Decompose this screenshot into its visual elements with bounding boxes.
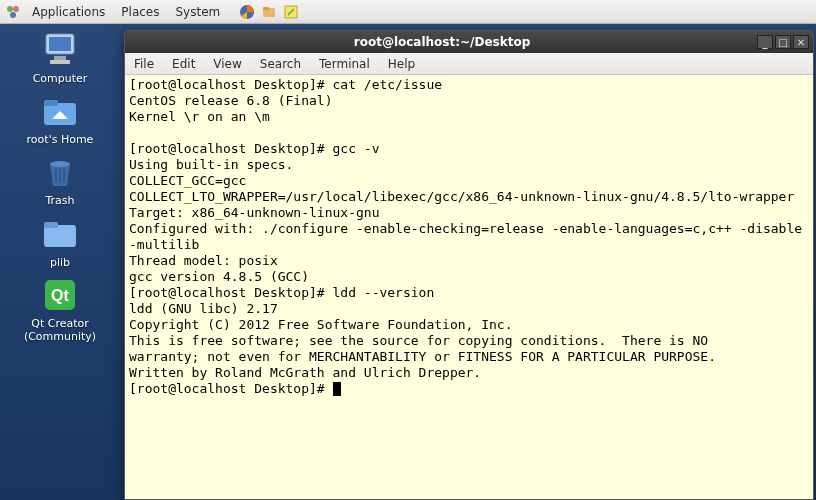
svg-point-13: [50, 161, 70, 167]
svg-rect-17: [44, 225, 76, 247]
folder-icon: [36, 214, 84, 254]
foot-icon[interactable]: [4, 3, 22, 21]
home-folder-icon: [36, 91, 84, 131]
window-maximize-button[interactable]: □: [775, 35, 791, 49]
desktop-icon-label: Computer: [10, 72, 110, 85]
window-titlebar[interactable]: root@localhost:~/Desktop _ □ ✕: [125, 31, 813, 53]
svg-rect-8: [49, 37, 71, 51]
computer-icon: [36, 30, 84, 70]
desktop-icon-label: root's Home: [10, 133, 110, 146]
panel-menu-applications[interactable]: Applications: [26, 3, 111, 21]
svg-rect-18: [44, 222, 58, 228]
svg-rect-16: [63, 168, 65, 182]
svg-point-1: [13, 6, 19, 12]
menu-search[interactable]: Search: [251, 55, 310, 73]
svg-rect-15: [59, 168, 61, 182]
panel-menu-system[interactable]: System: [169, 3, 226, 21]
desktop-icon-qtcreator[interactable]: Qt Qt Creator (Community): [10, 275, 110, 343]
svg-rect-10: [50, 60, 70, 64]
svg-point-2: [10, 12, 16, 18]
desktop-icon-label: Trash: [10, 194, 110, 207]
svg-rect-12: [44, 100, 58, 106]
desktop-icon-label: Qt Creator (Community): [10, 317, 110, 343]
svg-rect-9: [54, 56, 66, 60]
terminal-menubar: File Edit View Search Terminal Help: [125, 53, 813, 75]
menu-view[interactable]: View: [204, 55, 250, 73]
desktop-icon-home[interactable]: root's Home: [10, 91, 110, 146]
window-minimize-button[interactable]: _: [757, 35, 773, 49]
svg-rect-5: [263, 7, 269, 10]
desktop-icon-plib[interactable]: plib: [10, 214, 110, 269]
menu-terminal[interactable]: Terminal: [310, 55, 379, 73]
svg-rect-14: [55, 168, 57, 182]
window-title: root@localhost:~/Desktop: [129, 35, 755, 49]
gnome-panel: Applications Places System: [0, 0, 816, 24]
terminal-output[interactable]: [root@localhost Desktop]# cat /etc/issue…: [125, 75, 813, 499]
file-manager-icon[interactable]: [260, 3, 278, 21]
firefox-icon[interactable]: [238, 3, 256, 21]
svg-text:Qt: Qt: [51, 287, 69, 304]
qt-icon: Qt: [36, 275, 84, 315]
svg-point-0: [7, 6, 13, 12]
panel-menu-places[interactable]: Places: [115, 3, 165, 21]
text-editor-icon[interactable]: [282, 3, 300, 21]
menu-help[interactable]: Help: [379, 55, 424, 73]
menu-file[interactable]: File: [125, 55, 163, 73]
trash-icon: [36, 152, 84, 192]
terminal-window: root@localhost:~/Desktop _ □ ✕ File Edit…: [124, 30, 814, 500]
window-close-button[interactable]: ✕: [793, 35, 809, 49]
desktop-icon-computer[interactable]: Computer: [10, 30, 110, 85]
menu-edit[interactable]: Edit: [163, 55, 204, 73]
desktop-icon-label: plib: [10, 256, 110, 269]
desktop-icon-trash[interactable]: Trash: [10, 152, 110, 207]
terminal-cursor: [333, 382, 341, 396]
desktop: Computer root's Home Trash plib Qt Qt Cr…: [0, 24, 120, 343]
